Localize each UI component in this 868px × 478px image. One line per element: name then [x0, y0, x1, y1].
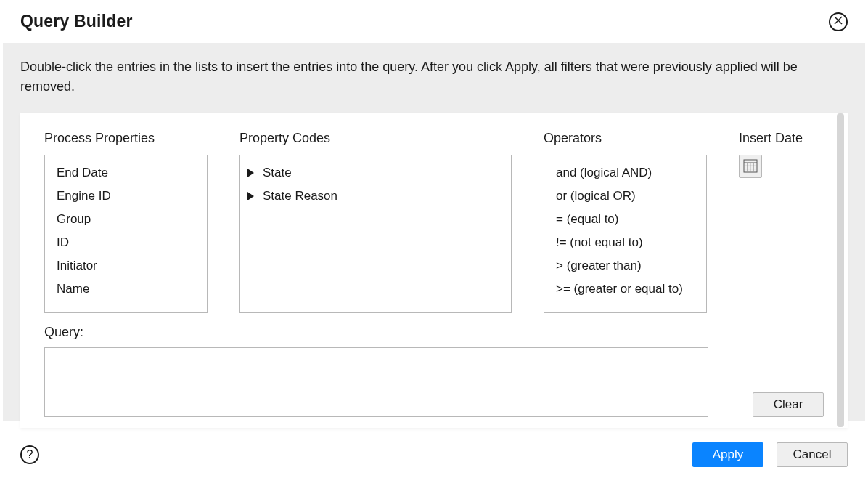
list-item[interactable]: = (equal to) — [552, 208, 699, 231]
instructions-text: Double-click the entries in the lists to… — [20, 57, 848, 97]
process-properties-label: Process Properties — [44, 131, 208, 146]
query-input[interactable] — [44, 347, 708, 417]
list-item[interactable]: != (not equal to) — [552, 231, 699, 254]
operators-list[interactable]: and (logical AND) or (logical OR) = (equ… — [544, 155, 707, 313]
list-item[interactable]: Name — [52, 278, 200, 301]
list-item[interactable]: Initiator — [52, 254, 200, 278]
expand-icon — [247, 192, 254, 200]
list-item[interactable]: Engine ID — [52, 185, 200, 208]
tree-item[interactable]: State — [247, 161, 504, 185]
builder-panel: Process Properties End Date Engine ID Gr… — [20, 113, 848, 428]
list-item[interactable]: or (logical OR) — [552, 185, 699, 208]
tree-item-label: State Reason — [263, 189, 337, 203]
calendar-icon — [743, 158, 758, 175]
property-codes-label: Property Codes — [239, 131, 512, 146]
dialog-title: Query Builder — [20, 12, 133, 31]
list-item[interactable]: Group — [52, 208, 200, 231]
list-item[interactable]: ID — [52, 231, 200, 254]
tree-item[interactable]: State Reason — [247, 185, 504, 208]
panel-scrollbar[interactable] — [837, 113, 844, 427]
help-icon: ? — [27, 448, 33, 461]
expand-icon — [247, 169, 254, 177]
list-item[interactable]: > (greater than) — [552, 254, 699, 278]
cancel-button[interactable]: Cancel — [777, 442, 848, 467]
list-item[interactable]: >= (greater or equal to) — [552, 278, 699, 301]
apply-button[interactable]: Apply — [692, 442, 763, 467]
close-icon — [834, 16, 843, 27]
list-item[interactable]: End Date — [52, 161, 200, 185]
insert-date-button[interactable] — [739, 155, 762, 178]
clear-button[interactable]: Clear — [753, 392, 824, 417]
scrollbar-thumb[interactable] — [837, 113, 844, 427]
list-item[interactable]: and (logical AND) — [552, 161, 699, 185]
property-codes-list[interactable]: State State Reason — [239, 155, 512, 313]
insert-date-label: Insert Date — [739, 131, 811, 146]
content-area: Double-click the entries in the lists to… — [3, 43, 865, 421]
help-button[interactable]: ? — [20, 445, 39, 464]
process-properties-list[interactable]: End Date Engine ID Group ID Initiator Na… — [44, 155, 208, 313]
query-label: Query: — [44, 325, 824, 340]
tree-item-label: State — [263, 166, 292, 180]
operators-label: Operators — [544, 131, 707, 146]
close-button[interactable] — [829, 12, 848, 31]
